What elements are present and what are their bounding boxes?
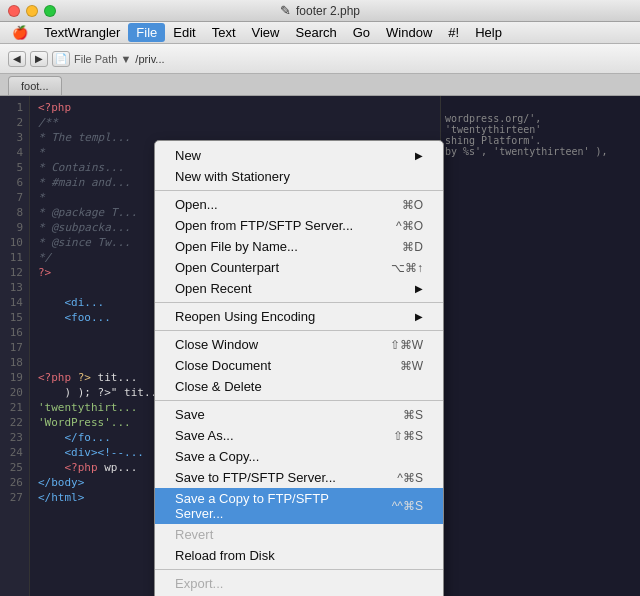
- menu-item-close-document-shortcut: ⌘W: [400, 359, 423, 373]
- reopen-encoding-arrow: ▶: [415, 311, 423, 322]
- menu-item-open-counterpart-label: Open Counterpart: [175, 260, 279, 275]
- toolbar-path-label[interactable]: File Path ▼: [74, 53, 131, 65]
- menu-item-open-counterpart[interactable]: Open Counterpart ⌥⌘↑: [155, 257, 443, 278]
- menu-item-open-ftp[interactable]: Open from FTP/SFTP Server... ^⌘O: [155, 215, 443, 236]
- menu-go[interactable]: Go: [345, 23, 378, 42]
- menu-view[interactable]: View: [244, 23, 288, 42]
- menu-edit[interactable]: Edit: [165, 23, 203, 42]
- menu-item-revert-label: Revert: [175, 527, 213, 542]
- minimize-button[interactable]: [26, 5, 38, 17]
- menu-item-save-label: Save: [175, 407, 205, 422]
- menu-item-save-copy-ftp[interactable]: Save a Copy to FTP/SFTP Server... ^^⌘S: [155, 488, 443, 524]
- main-content: 12345 678910 1112131415 1617181920 21222…: [0, 96, 640, 596]
- menu-item-open-ftp-label: Open from FTP/SFTP Server...: [175, 218, 353, 233]
- separator-1: [155, 190, 443, 191]
- menu-item-open[interactable]: Open... ⌘O: [155, 194, 443, 215]
- menu-item-open-shortcut: ⌘O: [402, 198, 423, 212]
- menu-item-save-as-label: Save As...: [175, 428, 234, 443]
- menu-item-open-recent-label: Open Recent: [175, 281, 252, 296]
- toolbar-forward[interactable]: ▶: [30, 51, 48, 67]
- line-numbers: 12345 678910 1112131415 1617181920 21222…: [0, 96, 30, 596]
- menu-window[interactable]: Window: [378, 23, 440, 42]
- menu-item-close-delete[interactable]: Close & Delete: [155, 376, 443, 397]
- menu-hash[interactable]: #!: [440, 23, 467, 42]
- toolbar: ◀ ▶ 📄 File Path ▼ /priv...: [0, 44, 640, 74]
- menu-item-open-name[interactable]: Open File by Name... ⌘D: [155, 236, 443, 257]
- menu-item-open-ftp-shortcut: ^⌘O: [396, 219, 423, 233]
- menu-item-save-ftp-label: Save to FTP/SFTP Server...: [175, 470, 336, 485]
- separator-4: [155, 400, 443, 401]
- menu-text[interactable]: Text: [204, 23, 244, 42]
- submenu-arrow: ▶: [415, 150, 423, 161]
- menu-item-open-counterpart-shortcut: ⌥⌘↑: [391, 261, 423, 275]
- menu-item-save-copy-ftp-label: Save a Copy to FTP/SFTP Server...: [175, 491, 372, 521]
- menu-item-export[interactable]: Export...: [155, 573, 443, 594]
- menu-item-close-document-label: Close Document: [175, 358, 271, 373]
- menu-item-save-as[interactable]: Save As... ⇧⌘S: [155, 425, 443, 446]
- menu-item-reload-disk[interactable]: Reload from Disk: [155, 545, 443, 566]
- separator-5: [155, 569, 443, 570]
- open-recent-arrow: ▶: [415, 283, 423, 294]
- menu-item-open-label: Open...: [175, 197, 218, 212]
- menu-item-save-ftp[interactable]: Save to FTP/SFTP Server... ^⌘S: [155, 467, 443, 488]
- menu-file[interactable]: File: [128, 23, 165, 42]
- maximize-button[interactable]: [44, 5, 56, 17]
- menu-item-open-name-shortcut: ⌘D: [402, 240, 423, 254]
- menu-item-reopen-encoding-label: Reopen Using Encoding: [175, 309, 315, 324]
- menu-item-save[interactable]: Save ⌘S: [155, 404, 443, 425]
- title-bar: ✎ footer 2.php: [0, 0, 640, 22]
- menu-item-close-document[interactable]: Close Document ⌘W: [155, 355, 443, 376]
- menu-item-revert[interactable]: Revert: [155, 524, 443, 545]
- file-menu-dropdown: New ▶ New with Stationery Open... ⌘O Ope…: [154, 140, 444, 596]
- menu-textwrangler[interactable]: TextWrangler: [36, 23, 128, 42]
- menu-item-close-window-shortcut: ⇧⌘W: [390, 338, 423, 352]
- tab-bar: foot...: [0, 74, 640, 96]
- menu-item-close-delete-label: Close & Delete: [175, 379, 262, 394]
- menu-item-reload-disk-label: Reload from Disk: [175, 548, 275, 563]
- menu-help[interactable]: Help: [467, 23, 510, 42]
- separator-3: [155, 330, 443, 331]
- menu-item-open-recent[interactable]: Open Recent ▶: [155, 278, 443, 299]
- close-button[interactable]: [8, 5, 20, 17]
- menu-item-export-label: Export...: [175, 576, 223, 591]
- menu-item-save-copy-label: Save a Copy...: [175, 449, 259, 464]
- menu-search[interactable]: Search: [288, 23, 345, 42]
- separator-2: [155, 302, 443, 303]
- menu-item-save-as-shortcut: ⇧⌘S: [393, 429, 423, 443]
- menu-item-new-label: New: [175, 148, 201, 163]
- menu-item-save-copy-ftp-shortcut: ^^⌘S: [392, 499, 423, 513]
- toolbar-doc[interactable]: 📄: [52, 51, 70, 67]
- menu-item-reopen-encoding[interactable]: Reopen Using Encoding ▶: [155, 306, 443, 327]
- menu-item-new-stationery-label: New with Stationery: [175, 169, 290, 184]
- menu-bar: 🍎 TextWrangler File Edit Text View Searc…: [0, 22, 640, 44]
- menu-item-save-ftp-shortcut: ^⌘S: [397, 471, 423, 485]
- traffic-lights: [8, 5, 56, 17]
- toolbar-path-value: /priv...: [135, 53, 164, 65]
- menu-apple[interactable]: 🍎: [4, 23, 36, 42]
- menu-item-save-copy[interactable]: Save a Copy...: [155, 446, 443, 467]
- window-title: ✎ footer 2.php: [280, 3, 360, 18]
- app-icon: ✎: [280, 3, 291, 18]
- menu-item-open-name-label: Open File by Name...: [175, 239, 298, 254]
- title-text: footer 2.php: [296, 4, 360, 18]
- toolbar-back[interactable]: ◀: [8, 51, 26, 67]
- right-panel: wordpress.org/', 'twentythirteen' shing …: [440, 96, 640, 596]
- menu-item-close-window-label: Close Window: [175, 337, 258, 352]
- menu-item-new[interactable]: New ▶: [155, 145, 443, 166]
- file-tab[interactable]: foot...: [8, 76, 62, 95]
- menu-item-save-shortcut: ⌘S: [403, 408, 423, 422]
- menu-item-new-stationery[interactable]: New with Stationery: [155, 166, 443, 187]
- menu-item-close-window[interactable]: Close Window ⇧⌘W: [155, 334, 443, 355]
